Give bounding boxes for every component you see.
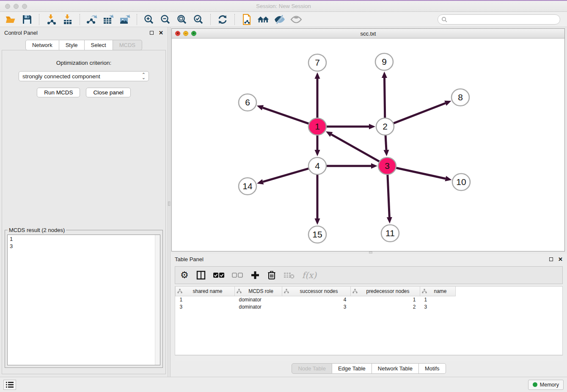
toolbar-separator <box>39 14 39 25</box>
table-cell[interactable]: dominator <box>235 303 282 310</box>
table-cell[interactable]: dominator <box>235 296 282 303</box>
memory-button[interactable]: Memory <box>528 380 564 390</box>
table-cell[interactable]: 4 <box>282 296 351 303</box>
show-panel-icon[interactable] <box>290 14 303 25</box>
column-header[interactable]: successor nodes <box>282 287 351 296</box>
control-panel-tabs: Network Style Select MCDS <box>0 40 168 50</box>
home-icon[interactable] <box>257 14 270 25</box>
graph-edge-3-11[interactable] <box>388 174 389 217</box>
graph-edge-2-8[interactable] <box>393 103 446 124</box>
table-row[interactable]: 1dominator411 <box>176 296 456 303</box>
table-hscrollbar[interactable] <box>175 355 563 361</box>
column-header[interactable]: name <box>420 287 456 296</box>
edge-arrowhead <box>383 150 389 156</box>
column-header[interactable]: MCDS role <box>235 287 282 296</box>
table-cell[interactable]: 1 <box>420 296 456 303</box>
table-cell[interactable]: 1 <box>176 296 235 303</box>
result-scrollbar[interactable] <box>155 235 160 365</box>
open-session-icon[interactable] <box>4 14 17 25</box>
toolbar-separator <box>137 14 137 25</box>
table-cell[interactable]: 1 <box>351 296 420 303</box>
tab-network[interactable]: Network <box>25 40 59 50</box>
table-cell[interactable]: 2 <box>351 303 420 310</box>
tab-select[interactable]: Select <box>85 40 113 50</box>
network-window-titlebar[interactable]: ✕ − + scc.txt <box>172 29 564 39</box>
table-settings-icon[interactable]: ⚙ <box>180 270 189 281</box>
graph-edge-4-14[interactable] <box>263 168 309 182</box>
edge-arrowhead <box>387 217 392 224</box>
graph-node-label: 10 <box>456 177 466 187</box>
task-history-button[interactable] <box>3 380 16 390</box>
edge-arrowhead <box>382 72 387 78</box>
add-row-icon[interactable] <box>250 271 260 280</box>
graph-edge-3-1[interactable] <box>331 135 380 162</box>
delete-table-icon[interactable] <box>284 271 295 279</box>
search-input[interactable] <box>449 17 556 22</box>
mcds-result-list: 1 3 <box>7 235 160 365</box>
graph-node-label: 7 <box>315 58 320 67</box>
graph-node-label: 3 <box>385 161 390 171</box>
import-network-icon[interactable] <box>45 14 58 25</box>
refresh-icon[interactable] <box>216 14 229 25</box>
tab-node-table[interactable]: Node Table <box>292 363 332 374</box>
export-network-icon[interactable] <box>85 14 98 25</box>
function-builder-icon[interactable]: f(x) <box>302 270 317 280</box>
tab-network-table[interactable]: Network Table <box>372 363 419 374</box>
tab-edge-table[interactable]: Edge Table <box>332 363 372 374</box>
panel-splitter[interactable] <box>168 27 171 377</box>
zoom-selected-icon[interactable] <box>192 14 205 25</box>
network-canvas[interactable]: 7968124314101511 <box>172 39 564 251</box>
graph-edge-2-3[interactable] <box>385 135 386 150</box>
node-table: shared nameMCDS rolesuccessor nodesprede… <box>175 286 563 355</box>
export-table-icon[interactable] <box>102 14 115 25</box>
zoom-out-icon[interactable] <box>159 14 172 25</box>
mcds-result-line: 1 <box>10 236 158 243</box>
horizontal-splitter[interactable] <box>171 251 567 254</box>
edge-arrowhead <box>371 163 377 169</box>
show-columns-icon[interactable] <box>196 271 206 280</box>
column-type-icon <box>422 289 427 294</box>
graph-edge-3-10[interactable] <box>395 168 446 179</box>
close-panel-button[interactable]: Close panel <box>86 88 130 97</box>
table-panel-float-icon[interactable] <box>549 257 553 261</box>
delete-row-icon[interactable] <box>267 271 276 280</box>
table-cell[interactable]: 3 <box>176 303 235 310</box>
zoom-in-icon[interactable] <box>143 14 155 25</box>
hide-panel-icon[interactable] <box>273 14 286 25</box>
zoom-fit-icon[interactable] <box>176 14 188 25</box>
window-title: Session: New Session <box>0 3 567 9</box>
tab-style[interactable]: Style <box>59 40 85 50</box>
table-row[interactable]: 3dominator323 <box>176 303 456 310</box>
select-all-icon[interactable] <box>213 272 224 278</box>
splitter-grip[interactable] <box>168 202 171 206</box>
edge-arrowhead <box>315 150 320 156</box>
edge-arrowhead <box>315 72 320 79</box>
tab-motifs[interactable]: Motifs <box>419 363 446 374</box>
edge-arrowhead <box>315 218 320 225</box>
column-header[interactable]: shared name <box>176 287 235 296</box>
control-panel: Control Panel ✕ Network Style Select MCD… <box>0 27 168 377</box>
column-header[interactable]: predecessor nodes <box>351 287 420 296</box>
table-panel-close-icon[interactable]: ✕ <box>558 257 563 262</box>
toolbar-separator <box>234 14 235 25</box>
tab-mcds[interactable]: MCDS <box>113 40 142 50</box>
new-network-from-file-icon[interactable] <box>240 14 253 25</box>
graph-node-label: 8 <box>458 92 463 102</box>
export-image-icon[interactable] <box>118 14 131 25</box>
search-field[interactable] <box>438 14 560 25</box>
save-session-icon[interactable] <box>21 14 33 25</box>
optimization-criterion-dropdown[interactable]: strongly connected component ⌃⌄ <box>19 71 149 81</box>
splitter-grip[interactable] <box>369 251 372 254</box>
table-cell[interactable]: 3 <box>420 303 456 310</box>
control-panel-close-icon[interactable]: ✕ <box>159 30 163 36</box>
network-window-title: scc.txt <box>172 30 564 37</box>
run-mcds-button[interactable]: Run MCDS <box>37 88 80 97</box>
graph-edge-1-6[interactable] <box>263 108 310 124</box>
deselect-all-icon[interactable] <box>232 272 243 278</box>
graph-edge-2-9[interactable] <box>384 78 385 119</box>
column-type-icon <box>284 289 289 294</box>
table-cell[interactable]: 3 <box>282 303 351 310</box>
control-panel-float-icon[interactable] <box>150 31 154 35</box>
table-header-row: shared nameMCDS rolesuccessor nodesprede… <box>176 287 456 296</box>
import-table-icon[interactable] <box>61 14 74 25</box>
